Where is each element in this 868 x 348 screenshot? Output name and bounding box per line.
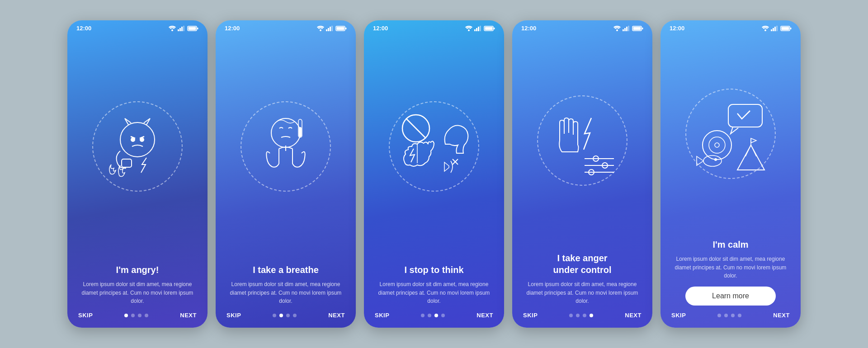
signal-icon-1 xyxy=(178,26,186,31)
time-3: 12:00 xyxy=(373,25,388,32)
screen-title-1: I'm angry! xyxy=(78,264,197,276)
svg-rect-57 xyxy=(782,27,789,30)
illustration-circle-2 xyxy=(241,101,331,192)
dot-5-1 xyxy=(717,314,721,317)
illustration-area-1 xyxy=(67,33,208,259)
phone-screen-3: 12:00 xyxy=(364,20,504,328)
skip-button-1[interactable]: SKIP xyxy=(78,312,93,319)
text-area-4: I take anger under control Lorem ipsum d… xyxy=(512,248,652,306)
next-button-1[interactable]: NEXT xyxy=(180,312,197,319)
svg-line-33 xyxy=(406,118,426,138)
svg-rect-51 xyxy=(771,29,772,31)
nav-bar-3: SKIP NEXT xyxy=(364,306,504,328)
dot-2-4 xyxy=(293,314,297,317)
svg-rect-15 xyxy=(330,27,331,31)
text-area-3: I stop to think Lorem ipsum dolor sit di… xyxy=(364,259,504,306)
status-bar-5: 12:00 xyxy=(660,20,801,33)
learn-more-button[interactable]: Learn more xyxy=(685,287,776,306)
svg-rect-53 xyxy=(774,27,776,31)
nav-bar-2: SKIP NEXT xyxy=(216,306,356,328)
breathe-illustration xyxy=(245,106,326,187)
skip-button-3[interactable]: SKIP xyxy=(375,312,389,319)
next-button-3[interactable]: NEXT xyxy=(476,312,493,319)
svg-rect-14 xyxy=(328,28,329,31)
wifi-icon-1 xyxy=(169,26,176,31)
svg-point-9 xyxy=(131,138,135,141)
dots-1 xyxy=(124,314,148,317)
screen-title-2: I take a breathe xyxy=(226,264,345,276)
status-icons-4 xyxy=(613,26,643,31)
dot-2-3 xyxy=(286,314,290,317)
screen-title-5: I'm calm xyxy=(671,239,790,250)
illustration-area-2 xyxy=(216,33,356,259)
illustration-area-4 xyxy=(512,33,652,248)
battery-icon-3 xyxy=(484,26,495,31)
time-5: 12:00 xyxy=(670,25,684,32)
dot-3-3 xyxy=(434,314,438,317)
illustration-circle-5 xyxy=(685,89,776,179)
svg-rect-4 xyxy=(183,26,184,31)
control-illustration xyxy=(539,98,625,183)
signal-icon-5 xyxy=(771,26,779,31)
wifi-icon-2 xyxy=(317,26,324,31)
svg-rect-28 xyxy=(480,26,481,31)
svg-point-24 xyxy=(468,29,470,31)
status-bar-2: 12:00 xyxy=(216,20,356,33)
wifi-icon-4 xyxy=(613,26,621,31)
status-bar-3: 12:00 xyxy=(364,20,504,33)
battery-icon-1 xyxy=(188,26,198,31)
svg-rect-37 xyxy=(623,29,624,31)
skip-button-4[interactable]: SKIP xyxy=(523,312,538,319)
svg-point-36 xyxy=(616,29,618,31)
dot-1-2 xyxy=(131,314,135,317)
status-bar-4: 12:00 xyxy=(512,20,652,33)
dot-4-1 xyxy=(569,314,573,317)
dots-2 xyxy=(273,314,297,317)
battery-icon-2 xyxy=(336,26,347,31)
next-button-4[interactable]: NEXT xyxy=(625,312,642,319)
svg-rect-19 xyxy=(337,27,344,30)
status-icons-3 xyxy=(465,26,495,31)
svg-rect-40 xyxy=(628,26,629,31)
nav-bar-4: SKIP NEXT xyxy=(512,306,652,328)
next-button-5[interactable]: NEXT xyxy=(773,312,790,319)
status-bar-1: 12:00 xyxy=(67,20,208,33)
dot-5-2 xyxy=(724,314,728,317)
dot-3-4 xyxy=(441,314,445,317)
dot-5-3 xyxy=(731,314,735,317)
phone-screen-5: 12:00 xyxy=(660,20,801,328)
illustration-area-5 xyxy=(660,33,801,234)
calm-illustration xyxy=(688,91,774,177)
svg-rect-56 xyxy=(790,28,792,29)
skip-button-5[interactable]: SKIP xyxy=(671,312,686,319)
svg-rect-30 xyxy=(494,28,495,29)
svg-rect-31 xyxy=(485,27,493,30)
nav-bar-1: SKIP NEXT xyxy=(67,306,208,328)
screens-container: 12:00 xyxy=(67,20,801,328)
svg-rect-27 xyxy=(478,27,479,31)
illustration-circle-4 xyxy=(537,95,627,186)
dot-4-3 xyxy=(583,314,586,317)
svg-point-10 xyxy=(140,138,144,141)
nav-bar-5: SKIP NEXT xyxy=(660,306,801,328)
text-area-2: I take a breathe Lorem ipsum dolor sit d… xyxy=(216,259,356,306)
screen-body-3: Lorem ipsum dolor sit dim amet, mea regi… xyxy=(375,280,493,306)
battery-icon-4 xyxy=(632,26,643,31)
dot-2-2 xyxy=(279,314,283,317)
svg-rect-25 xyxy=(474,29,476,31)
dot-1-4 xyxy=(145,314,148,317)
screen-body-5: Lorem ipsum dolor sit dim amet, mea regi… xyxy=(671,255,790,280)
svg-rect-26 xyxy=(476,28,477,31)
dot-3-2 xyxy=(428,314,431,317)
svg-rect-3 xyxy=(181,27,183,31)
dots-3 xyxy=(421,314,445,317)
screen-title-4: I take anger under control xyxy=(523,252,642,276)
svg-point-63 xyxy=(715,159,717,160)
phone-screen-4: 12:00 xyxy=(512,20,652,328)
dot-1-3 xyxy=(138,314,142,317)
next-button-2[interactable]: NEXT xyxy=(328,312,345,319)
skip-button-2[interactable]: SKIP xyxy=(226,312,241,319)
screen-body-2: Lorem ipsum dolor sit dim amet, mea regi… xyxy=(226,280,345,306)
dot-5-4 xyxy=(738,314,741,317)
screen-title-3: I stop to think xyxy=(375,264,493,276)
